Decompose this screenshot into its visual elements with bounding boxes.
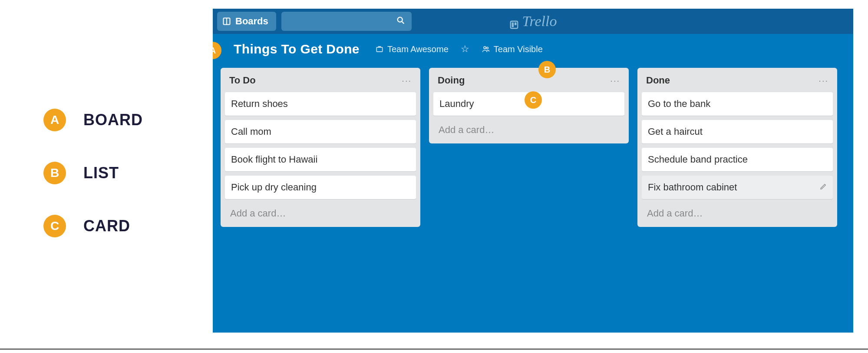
annotation-badge-b: B (538, 61, 556, 78)
card[interactable]: Go to the bank (642, 92, 833, 116)
add-card-button[interactable]: Add a card… (225, 203, 416, 224)
svg-rect-7 (376, 47, 382, 52)
team-name[interactable]: Team Awesome (375, 44, 449, 54)
legend-badge-a: A (43, 109, 66, 131)
trello-logo-icon (509, 17, 519, 26)
visibility-label: Team Visible (494, 44, 543, 54)
list-header: Doing ··· (433, 72, 624, 88)
list-title[interactable]: Done (646, 75, 670, 86)
search-icon (396, 16, 406, 27)
card[interactable]: Book flight to Hawaii (225, 148, 416, 171)
board-meta: Team Awesome ☆ Team Visible (375, 43, 543, 55)
card-title: Laundry (439, 98, 474, 110)
card-title: Go to the bank (648, 98, 710, 110)
list-menu-button[interactable]: ··· (818, 76, 828, 86)
boards-icon (222, 17, 231, 26)
svg-rect-4 (510, 21, 518, 29)
board-lists: B To Do ··· Return shoes Call mom Book f… (213, 60, 853, 235)
board-title[interactable]: Things To Get Done (234, 42, 360, 57)
trello-logo[interactable]: Trello (509, 13, 557, 30)
search-input[interactable] (281, 12, 412, 31)
list-done[interactable]: Done ··· Go to the bank Get a haircut Sc… (637, 68, 837, 227)
people-icon (482, 45, 490, 53)
legend-row-card: C CARD (43, 215, 143, 237)
legend-badge-b: B (43, 162, 66, 184)
card[interactable]: Fix bathroom cabinet (642, 176, 833, 199)
card[interactable]: Return shoes (225, 92, 416, 116)
card[interactable]: Schedule band practice (642, 148, 833, 171)
svg-point-9 (486, 47, 488, 49)
list-menu-button[interactable]: ··· (402, 76, 412, 86)
card-title: Call mom (231, 126, 271, 137)
board-header: A Things To Get Done Team Awesome ☆ (213, 34, 853, 60)
star-button[interactable]: ☆ (461, 43, 469, 55)
legend-row-list: B LIST (43, 162, 143, 184)
svg-point-2 (397, 17, 402, 22)
svg-rect-5 (512, 23, 514, 27)
annotation-badge-c: C (525, 91, 542, 109)
boards-label: Boards (235, 16, 268, 27)
card-title: Get a haircut (648, 126, 703, 137)
visibility[interactable]: Team Visible (482, 44, 543, 54)
legend-row-board: A BOARD (43, 109, 143, 131)
trello-app: Boards Trello (213, 9, 853, 333)
annotation-badge-a: A (213, 42, 221, 59)
legend-badge-c: C (43, 215, 66, 237)
add-card-button[interactable]: Add a card… (642, 203, 833, 224)
legend: A BOARD B LIST C CARD (43, 109, 143, 237)
card-title: Return shoes (231, 98, 288, 110)
list-menu-button[interactable]: ··· (610, 76, 620, 86)
list-title[interactable]: To Do (229, 75, 256, 86)
card-title: Pick up dry cleaning (231, 182, 317, 193)
list-header: Done ··· (642, 72, 833, 88)
add-card-button[interactable]: Add a card… (433, 120, 624, 141)
card-title: Schedule band practice (648, 154, 748, 165)
boards-button[interactable]: Boards (217, 12, 276, 31)
trello-logo-text: Trello (522, 13, 557, 30)
list-header: To Do ··· (225, 72, 416, 88)
team-icon (375, 45, 384, 53)
edit-card-icon[interactable] (820, 183, 827, 192)
legend-label-board: BOARD (83, 111, 143, 129)
list-doing[interactable]: Doing ··· Laundry C Add a card… (429, 68, 629, 143)
card[interactable]: Pick up dry cleaning (225, 176, 416, 199)
card-title: Fix bathroom cabinet (648, 182, 737, 193)
card[interactable]: Laundry C (433, 92, 624, 116)
list-title[interactable]: Doing (438, 75, 465, 86)
card[interactable]: Get a haircut (642, 120, 833, 143)
list-todo[interactable]: To Do ··· Return shoes Call mom Book fli… (221, 68, 420, 227)
svg-line-3 (402, 22, 404, 24)
divider (0, 349, 868, 350)
legend-label-card: CARD (83, 217, 130, 235)
card-title: Book flight to Hawaii (231, 154, 317, 165)
svg-point-8 (484, 47, 486, 49)
legend-label-list: LIST (83, 164, 119, 182)
team-name-label: Team Awesome (387, 44, 449, 54)
svg-rect-6 (514, 23, 516, 25)
card[interactable]: Call mom (225, 120, 416, 143)
topbar: Boards Trello (213, 9, 853, 34)
